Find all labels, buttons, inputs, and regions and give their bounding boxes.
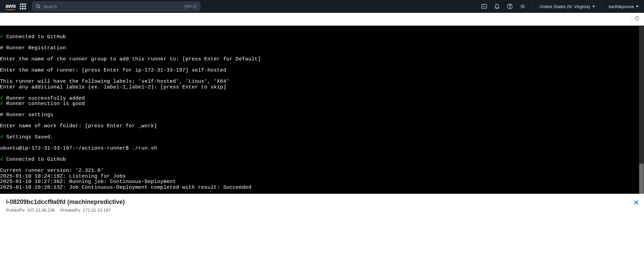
search-shortcut-label: [Alt+S] [184,4,197,9]
terminal-text: Connected to GitHub [3,157,66,162]
scrollbar-thumb[interactable] [639,164,644,194]
svg-point-6 [522,5,523,7]
terminal-text: Connected to GitHub [3,34,66,40]
terminal-line: 2025-01-10 10:27:38Z: Running job: Conti… [0,179,644,185]
check-icon: √ [0,157,3,162]
terminal-line [0,51,644,57]
terminal-text: Runner connection is good [3,101,85,107]
svg-line-1 [39,7,40,9]
aws-logo[interactable]: aws [5,3,16,10]
terminal-line [0,140,644,146]
svg-point-0 [36,5,39,8]
private-ip-value: 172.31.33.197 [83,208,111,213]
terminal-line: √ Settings Saved. [0,135,644,140]
terminal-line: Enter any additional labels (ex. label-1… [0,85,644,90]
terminal-line [0,129,644,135]
public-ip-label: PublicIPs: [6,208,26,213]
aws-logo-text: aws [5,3,16,9]
aws-smile-icon [5,8,16,10]
instance-id: i-08209bc1dccf9a0fd [6,198,66,205]
terminal-line: 2025-01-10 10:28:13Z: Job Continuous-Dep… [0,185,644,191]
toolbar-divider [630,16,631,23]
chevron-down-icon [636,6,639,7]
secondary-toolbar [0,13,644,26]
terminal-line: # Runner settings [0,112,644,118]
terminal-line [0,107,644,113]
check-icon: √ [0,34,3,40]
terminal-line [0,74,644,79]
terminal-line: Enter name of work folder: [press Enter … [0,124,644,129]
nav-divider [532,3,533,10]
terminal-line [0,40,644,46]
terminal-output[interactable]: √ Connected to GitHub # Runner Registrat… [0,26,644,194]
terminal-line: This runner will have the following labe… [0,79,644,85]
region-label: United States (N. Virginia) [540,4,590,9]
account-menu[interactable]: karthikponna [609,4,639,9]
search-bar[interactable]: [Alt+S] [32,2,200,11]
check-icon: √ [0,134,3,140]
check-icon: √ [0,101,3,107]
chevron-down-icon [592,6,595,7]
search-icon [36,4,41,9]
terminal-line: ubuntu@ip-172-31-33-197:~/actions-runner… [0,146,644,152]
terminal-line [0,90,644,96]
terminal-text: Runner successfully added [3,96,85,101]
private-ip-label: PrivateIPs: [60,208,81,213]
nav-right-group: United States (N. Virginia) karthikponna [481,3,639,10]
close-panel-icon[interactable]: ✕ [633,198,639,207]
terminal-line: √ Runner connection is good [0,101,644,107]
help-icon[interactable] [507,3,513,9]
instance-name: machinepredictive [69,198,123,205]
top-navigation: aws [Alt+S] [0,0,644,13]
terminal-line: √ Connected to GitHub [0,34,644,40]
services-grid-icon[interactable] [20,3,26,9]
instance-title: i-08209bc1dccf9a0fd (machinepredictive) [6,198,638,206]
terminal-text: Settings Saved. [3,134,53,140]
refresh-icon[interactable] [634,16,640,23]
terminal-line: # Runner Registration [0,46,644,51]
cloudshell-icon[interactable] [481,3,487,9]
terminal-line [0,152,644,157]
public-ip-value: 107.23.36.236 [27,208,55,213]
instance-info-panel: i-08209bc1dccf9a0fd (machinepredictive) … [0,194,644,218]
terminal-line: Enter the name of the runner group to ad… [0,57,644,62]
terminal-line: √ Runner successfully added [0,96,644,102]
terminal-line [0,62,644,68]
region-selector[interactable]: United States (N. Virginia) [540,4,595,9]
terminal-line: 2025-01-10 10:24:19Z: Listening for Jobs [0,174,644,180]
notifications-icon[interactable] [494,3,500,9]
nav-divider [602,3,602,10]
svg-point-5 [510,7,510,8]
search-input[interactable] [43,4,184,9]
check-icon: √ [0,96,3,101]
username-label: karthikponna [609,4,634,9]
terminal-line: Enter the name of runner: [press Enter f… [0,68,644,74]
terminal-line: √ Connected to GitHub [0,157,644,163]
terminal-scrollbar[interactable] [639,26,644,194]
settings-icon[interactable] [520,3,526,9]
terminal-line [0,118,644,124]
instance-ips: PublicIPs: 107.23.36.236 PrivateIPs: 172… [6,208,638,213]
terminal-line [0,163,644,168]
terminal-line: Current runner version: '2.321.0' [0,168,644,174]
